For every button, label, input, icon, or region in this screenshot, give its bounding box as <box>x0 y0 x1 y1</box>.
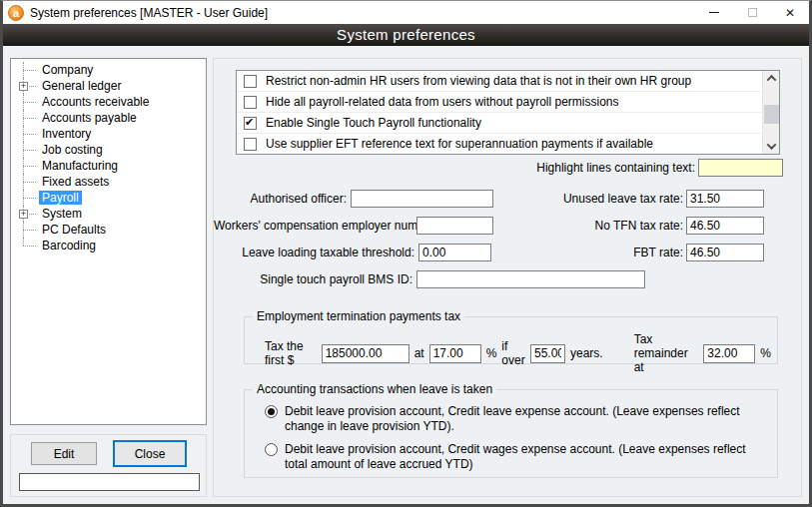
single-touch-bms-id-input[interactable] <box>416 270 645 288</box>
tree-item-label[interactable]: Accounts payable <box>39 111 140 125</box>
content-area: + Company + General ledger + Accounts re… <box>3 46 809 504</box>
scrollbar[interactable] <box>762 71 779 154</box>
checkbox-label: Enable Single Touch Payroll functionalit… <box>266 116 481 130</box>
tree-item-label[interactable]: Job costing <box>39 143 106 157</box>
unused-leave-tax-rate-input[interactable] <box>686 190 764 208</box>
radio-label: Debit leave provision account, Credit wa… <box>285 442 754 472</box>
status-field[interactable] <box>19 473 200 491</box>
etp-groupbox: Employment termination payments tax Tax … <box>244 316 778 364</box>
tree-item-label[interactable]: Payroll <box>39 191 82 205</box>
fbt-rate-input[interactable] <box>686 244 764 261</box>
tree-item[interactable]: + PC Defaults <box>11 222 206 238</box>
scroll-down-icon <box>767 140 777 150</box>
payroll-settings-panel: Restrict non-admin HR users from viewing… <box>213 58 802 497</box>
leave-accounting-group-title: Accounting transactions when leave is ta… <box>253 382 496 396</box>
tree-item-label[interactable]: Inventory <box>39 127 94 141</box>
radio-option[interactable]: Debit leave provision account, Credit wa… <box>265 442 764 472</box>
app-icon: a <box>8 5 24 21</box>
checkbox-rows: Restrict non-admin HR users from viewing… <box>237 71 779 155</box>
minimize-icon <box>709 12 719 13</box>
close-dialog-button[interactable]: Close <box>113 440 187 467</box>
tree-item-label[interactable]: General ledger <box>39 79 124 93</box>
footer-panel: Edit Close <box>10 434 207 497</box>
checkbox-row[interactable]: Hide all payroll-related data from users… <box>237 92 761 113</box>
window-title: System preferences [MASTER - User Guide] <box>30 6 268 20</box>
checkbox[interactable] <box>244 138 257 151</box>
radio-option[interactable]: Debit leave provision account, Credit le… <box>265 404 764 434</box>
scroll-up-icon <box>767 75 777 85</box>
leave-loading-threshold-label: Leave loading taxable threshold: <box>214 244 414 261</box>
checkbox-label: Restrict non-admin HR users from viewing… <box>266 74 691 88</box>
window-controls: ✕ <box>695 1 809 24</box>
highlight-lines-label: Highlight lines containing text: <box>453 159 695 177</box>
tree-item[interactable]: + System <box>11 206 206 222</box>
checkbox[interactable] <box>244 75 257 88</box>
page-title: System preferences <box>3 24 809 46</box>
percent-sign-2: % <box>760 346 771 360</box>
tree-item-label[interactable]: System <box>39 207 85 221</box>
close-button[interactable]: ✕ <box>771 1 809 24</box>
close-icon: ✕ <box>785 6 795 20</box>
scroll-down-button[interactable] <box>763 139 780 154</box>
authorised-officer-input[interactable] <box>351 190 493 208</box>
tree-item[interactable]: + Accounts receivable <box>11 94 206 110</box>
leave-accounting-groupbox: Accounting transactions when leave is ta… <box>244 389 778 478</box>
minimize-button[interactable] <box>695 1 733 24</box>
checkbox-label: Use supplier EFT reference text for supe… <box>266 137 653 151</box>
radio-button[interactable] <box>265 405 278 418</box>
tree-item[interactable]: + Accounts payable <box>11 110 206 126</box>
tree-item[interactable]: + General ledger <box>11 78 206 94</box>
radio-button[interactable] <box>265 443 278 456</box>
checkbox[interactable] <box>244 96 257 109</box>
tree-item[interactable]: + Inventory <box>11 126 206 142</box>
at-label: at <box>414 346 424 360</box>
tax-first-input[interactable] <box>322 344 409 363</box>
leave-loading-threshold-input[interactable] <box>418 244 491 261</box>
no-tfn-tax-rate-label: No TFN tax rate: <box>513 217 683 235</box>
tax-remainder-label: Tax remainder at <box>634 332 699 374</box>
workers-comp-number-input[interactable] <box>416 217 493 235</box>
fbt-rate-label: FBT rate: <box>513 244 683 261</box>
age-threshold-input[interactable] <box>530 344 565 363</box>
scroll-up-button[interactable] <box>763 71 780 86</box>
tree-item-label[interactable]: Barcoding <box>39 239 99 253</box>
checkbox-label: Hide all payroll-related data from users… <box>266 95 618 109</box>
tree-item-label[interactable]: Fixed assets <box>39 175 112 189</box>
tax-remainder-input[interactable] <box>703 344 755 363</box>
tree-item-label[interactable]: Manufacturing <box>39 159 121 173</box>
maximize-button[interactable] <box>733 1 771 24</box>
percent-sign-1: % <box>486 346 497 360</box>
highlight-lines-input[interactable] <box>698 159 783 177</box>
checkbox-row[interactable]: Use supplier EFT reference text for supe… <box>237 134 761 155</box>
single-touch-bms-id-label: Single touch payroll BMS ID: <box>214 270 412 288</box>
expand-plus-icon[interactable]: + <box>19 210 28 219</box>
tree-item[interactable]: + Company <box>11 62 206 78</box>
tree-item[interactable]: + Payroll <box>11 190 206 206</box>
tree-item-label[interactable]: Accounts receivable <box>39 95 152 109</box>
tax-first-label: Tax the first $ <box>265 339 317 367</box>
settings-checkbox-list: Restrict non-admin HR users from viewing… <box>236 70 780 155</box>
etp-row: Tax the first $ at % if over years. Tax … <box>265 332 771 374</box>
preferences-tree: + Company + General ledger + Accounts re… <box>10 58 207 425</box>
edit-button[interactable]: Edit <box>31 442 97 465</box>
radio-label: Debit leave provision account, Credit le… <box>285 404 754 434</box>
tree-item[interactable]: + Job costing <box>11 142 206 158</box>
title-bar[interactable]: a System preferences [MASTER - User Guid… <box>3 1 809 24</box>
expand-plus-icon[interactable]: + <box>19 82 28 91</box>
workers-comp-number-label: Workers' compensation employer number: <box>214 217 412 235</box>
tax-rate-input[interactable] <box>429 344 481 363</box>
tree-item[interactable]: + Barcoding <box>11 238 206 254</box>
tree-list: + Company + General ledger + Accounts re… <box>11 62 206 254</box>
checkbox-row[interactable]: Restrict non-admin HR users from viewing… <box>237 71 761 92</box>
tree-item[interactable]: + Manufacturing <box>11 158 206 174</box>
tree-item[interactable]: + Fixed assets <box>11 174 206 190</box>
tree-item-label[interactable]: Company <box>39 63 96 77</box>
etp-group-title: Employment termination payments tax <box>253 309 464 323</box>
checkbox-row[interactable]: Enable Single Touch Payroll functionalit… <box>237 113 761 134</box>
years-label: years. <box>570 346 603 360</box>
checkbox[interactable] <box>244 117 257 130</box>
tree-item-label[interactable]: PC Defaults <box>39 223 109 237</box>
no-tfn-tax-rate-input[interactable] <box>686 217 764 235</box>
if-over-label: if over <box>501 339 525 367</box>
scrollbar-thumb[interactable] <box>764 105 779 124</box>
